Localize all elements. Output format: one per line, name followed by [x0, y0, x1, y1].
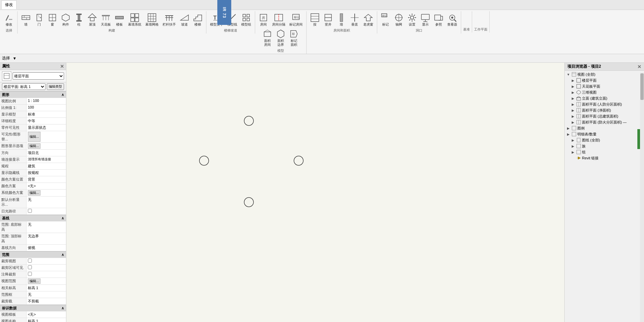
btn-roof[interactable]: 屋顶: [86, 12, 99, 28]
right-panel-scroll-thumb[interactable]: [640, 73, 644, 100]
btn-viewer[interactable]: 查看器: [446, 12, 459, 28]
btn-floor[interactable]: 楼板: [113, 12, 126, 28]
btn-old-roof[interactable]: 老虎窗: [362, 12, 375, 28]
row-vis-graphic: 可见性/图形替... 编辑...: [0, 131, 66, 143]
select-dropdown-arrow[interactable]: ▼: [13, 56, 17, 61]
section-baseline[interactable]: 基线 ∧: [0, 215, 66, 221]
edit-type-btn[interactable]: 编辑类型: [47, 83, 64, 90]
btn-col2[interactable]: 按: [309, 12, 321, 28]
btn-railing[interactable]: 栏杆扶手: [161, 12, 178, 28]
key-analysis: 默认分析显示...: [0, 197, 27, 208]
tree-sheets[interactable]: ▶ 图纸 (全部): [570, 137, 639, 143]
chk-crop-region[interactable]: [28, 265, 32, 269]
tree-3d-view[interactable]: ▶ 三维视图: [570, 89, 639, 95]
view-level-select[interactable]: 楼层平面: 标高 1: [2, 83, 45, 90]
tree-views-all[interactable]: ▼ 视图 (全部): [565, 71, 639, 77]
btn-model-group[interactable]: 模型组: [240, 12, 253, 28]
tree-legend[interactable]: ▶ 图例: [565, 125, 639, 131]
btn-area-tag[interactable]: 标 标记面积: [288, 28, 300, 48]
tree-group[interactable]: ▶ 组: [570, 149, 639, 155]
val-view-scale[interactable]: [27, 98, 66, 104]
btn-room[interactable]: 房 房间: [257, 12, 270, 28]
btn-tag-room[interactable]: 标记 标记房间: [288, 12, 304, 28]
btn-roof-label: 屋顶: [89, 23, 96, 27]
chk-annotation-crop[interactable]: [28, 272, 32, 276]
btn-vis-graphic[interactable]: 编辑...: [28, 132, 40, 142]
btn-stairs[interactable]: 楼梯: [191, 12, 204, 28]
section-identity[interactable]: 标识数据 ∧: [0, 305, 66, 311]
column-icon: [74, 13, 84, 22]
row-view-template: 视图模板 <无>: [0, 311, 66, 318]
btn-display[interactable]: 显示: [419, 12, 432, 28]
ir-tab[interactable]: IR 73: [217, 0, 231, 25]
tree-area-fire[interactable]: ▶ 面积平面 (人防分区面积): [570, 101, 639, 107]
panel-close-btn[interactable]: ✕: [60, 64, 64, 69]
btn-component[interactable]: 构件: [59, 12, 72, 28]
tab-modify[interactable]: 修改: [1, 0, 17, 9]
btn-curtain-wall-label: 幕墙系统: [128, 23, 141, 27]
section-range[interactable]: 范围 ∧: [0, 251, 66, 258]
btn-ramp[interactable]: 坡道: [178, 12, 191, 28]
svg-rect-54: [311, 14, 319, 22]
btn-curtain-wall[interactable]: 幕墙系统: [126, 12, 143, 28]
expand-area-total: ▶: [571, 114, 575, 119]
tree-elevation[interactable]: ▶ 立面 (建筑立面): [570, 95, 639, 101]
tree-floor-plan[interactable]: ▶ 楼层平面: [570, 77, 639, 83]
btn-door[interactable]: 门: [33, 12, 45, 28]
icon-area-fire2: [576, 120, 581, 125]
tree-family[interactable]: ▶ 族: [570, 143, 639, 149]
tree-area-total[interactable]: ▶ 面积平面 (总建筑面积): [570, 113, 639, 119]
btn-tag2[interactable]: 标记 标记: [379, 12, 392, 28]
row-discipline: 规程 建筑: [0, 163, 66, 170]
btn-reference[interactable]: 参照: [432, 12, 445, 28]
btn-column[interactable]: 柱: [73, 12, 85, 28]
drawing-canvas: [66, 63, 564, 322]
btn-area-boundary[interactable]: 面积边界: [274, 28, 287, 48]
chk-crop-view[interactable]: [28, 259, 32, 263]
btn-view-range[interactable]: 编辑...: [28, 279, 40, 284]
btn-tag-room-label: 标记房间: [289, 23, 303, 27]
btn-curtain-grid[interactable]: 幕墙网格: [144, 12, 160, 28]
expand-area-fire2: ▶: [571, 120, 575, 124]
props-selector: 楼层平面: [0, 70, 66, 82]
key-sys-color: 系统颜色方案: [0, 190, 27, 196]
label-elevation: 立面 (建筑立面): [582, 96, 607, 101]
btn-axis[interactable]: 轴网: [393, 12, 405, 28]
btn-wall3[interactable]: 墙: [335, 12, 348, 28]
btn-room-sep[interactable]: 房间分隔: [270, 12, 287, 28]
tree-area-fire2[interactable]: ▶ 面积平面 (防火分区面积) —: [570, 119, 639, 125]
tree-revit-link[interactable]: Revit 链接: [570, 155, 639, 161]
group-opening-buttons: 标记 标记 轴网 设置: [379, 12, 459, 28]
prop-type-select[interactable]: 楼层平面: [13, 72, 64, 80]
btn-well-label: 竖井: [325, 23, 331, 27]
btn-window[interactable]: 窗: [46, 12, 59, 28]
right-panel-scrollbar[interactable]: [640, 73, 644, 322]
btn-modify[interactable]: 修改: [3, 12, 15, 28]
canvas-area[interactable]: [66, 63, 564, 322]
btn-axis-label: 轴网: [395, 23, 402, 27]
btn-well[interactable]: 竖井: [322, 12, 334, 28]
btn-wall[interactable]: 墙: [20, 12, 32, 28]
svg-rect-25: [148, 14, 156, 22]
section-baseline-label: 基线: [2, 216, 9, 221]
btn-area-plan[interactable]: 面积房间: [261, 28, 274, 48]
btn-ceiling[interactable]: 天花板: [99, 12, 112, 28]
btn-graphic-display[interactable]: 编辑...: [28, 143, 40, 149]
tree-area-floor[interactable]: ▶ 面积平面 (净面积): [570, 107, 639, 113]
btn-settings[interactable]: 设置: [406, 12, 418, 28]
btn-vertical[interactable]: 垂直: [348, 12, 361, 28]
expand-floor-plan: ▶: [571, 78, 575, 83]
chk-sun-path[interactable]: [28, 209, 32, 213]
btn-sys-color[interactable]: 编辑...: [28, 190, 40, 196]
right-panel: 项目浏览器 - 项目2 ✕ ▼ 视图 (全部) ▶ 楼层平面: [564, 63, 644, 322]
tree-ceiling-plan[interactable]: ▶ 天花板平面: [570, 83, 639, 89]
section-range-label: 范围: [2, 252, 9, 257]
key-discipline: 规程: [0, 163, 27, 169]
input-view-scale[interactable]: [28, 99, 65, 103]
val-graphic-display: 编辑...: [27, 143, 66, 149]
section-graphic[interactable]: 图形 ∧: [0, 91, 66, 98]
tree-schedule[interactable]: ▶ 明细表/数量: [565, 131, 639, 137]
svg-rect-93: [572, 126, 576, 130]
svg-marker-14: [88, 14, 96, 18]
right-panel-close-btn[interactable]: ✕: [637, 64, 641, 69]
